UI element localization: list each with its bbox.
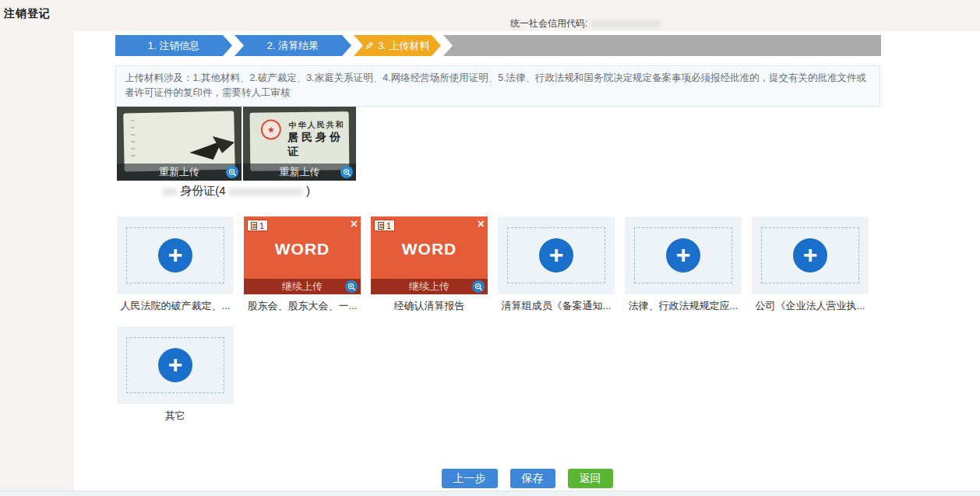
step-1-deregistration-info[interactable]: 1. 注销信息 (115, 35, 232, 56)
upload-dashed-area: + (126, 227, 224, 283)
pencil-icon: ✎ (365, 40, 374, 52)
deregistration-page: 注销登记 统一社会信用代码: 1. 注销信息 2. 清算结果 ✎ 3. 上传材料… (0, 0, 980, 496)
upload-dropzone[interactable]: + (752, 216, 869, 294)
zoom-in-icon[interactable] (472, 280, 485, 293)
idcard-caption: 身份证(4 ) (117, 184, 356, 199)
word-card-bottom-bar: 继续上传 (371, 279, 488, 294)
add-upload-icon[interactable]: + (793, 238, 827, 273)
uploaded-word-file[interactable]: 1 × WORD 继续上传 (244, 216, 361, 294)
close-icon[interactable]: × (478, 216, 485, 232)
upload-slot-label: 股东会、股东大会、一... (244, 299, 361, 313)
idcard-caption-prefix: 身份证(4 (180, 184, 225, 197)
idcard-caption-suffix: ) (306, 184, 310, 197)
upload-slot: + 清算组成员《备案通知... (498, 216, 615, 313)
bottom-strip (0, 491, 980, 496)
upload-slot: + 法律、行政法规规定应... (625, 216, 742, 313)
close-icon[interactable]: × (351, 216, 358, 232)
upload-dashed-area: + (126, 337, 224, 393)
reupload-front-button[interactable]: 重新上传 (159, 165, 199, 179)
idcard-back-overlay: 重新上传 (243, 164, 356, 181)
zoom-in-icon[interactable] (345, 280, 358, 293)
upload-dashed-area: + (507, 227, 605, 283)
add-upload-icon[interactable]: + (158, 348, 192, 382)
upload-dropzone[interactable]: + (498, 216, 615, 294)
reupload-back-button[interactable]: 重新上传 (280, 165, 320, 179)
step-2-label: 2. 清算结果 (267, 39, 319, 53)
continue-upload-button[interactable]: 继续上传 (282, 280, 323, 294)
upload-slot-label: 经确认清算报告 (371, 299, 488, 313)
notice-banner: 上传材料涉及：1.其他材料、2.破产裁定、3.家庭关系证明、4.网络经营场所使用… (115, 65, 880, 107)
idcard-front-photo (123, 111, 235, 172)
idcard-caption-redacted-name (163, 188, 177, 196)
idcard-front-overlay: 重新上传 (117, 164, 241, 181)
step-3-upload-materials[interactable]: ✎ 3. 上传材料 (354, 35, 441, 56)
step-bar: 1. 注销信息 2. 清算结果 ✎ 3. 上传材料 (115, 35, 881, 56)
upload-dashed-area: + (634, 227, 732, 283)
idcard-previews: 重新上传 ★ 中华人民共和国 居民身份证 重新上传 (117, 107, 356, 181)
word-filetype-label: WORD (371, 240, 488, 259)
save-button[interactable]: 保存 (510, 469, 555, 488)
idcard-caption-redacted-number (229, 188, 303, 196)
document-icon (378, 222, 384, 230)
main-panel: 1. 注销信息 2. 清算结果 ✎ 3. 上传材料 上传材料涉及：1.其他材料、… (74, 31, 980, 491)
step-2-liquidation-result[interactable]: 2. 清算结果 (234, 35, 351, 56)
idcard-title-text: 居民身份证 (287, 130, 349, 159)
credit-code-redacted-value (590, 20, 661, 28)
upload-slot-label: 其它 (117, 409, 234, 423)
upload-dashed-area: + (761, 227, 859, 283)
file-count-value: 1 (386, 221, 391, 230)
upload-grid: + 人民法院的破产裁定、... 1 × WORD 继续上传 股东会、股东大会、一… (117, 216, 884, 423)
credit-code-text: 统一社会信用代码: (510, 18, 587, 29)
uploaded-word-file[interactable]: 1 × WORD 继续上传 (371, 216, 488, 294)
idcard-front-image[interactable]: 重新上传 (117, 107, 241, 181)
continue-upload-button[interactable]: 继续上传 (409, 280, 449, 294)
add-upload-icon[interactable]: + (666, 238, 700, 273)
upload-dropzone[interactable]: + (625, 216, 742, 294)
notice-text: 上传材料涉及：1.其他材料、2.破产裁定、3.家庭关系证明、4.网络经营场所使用… (125, 72, 866, 98)
add-upload-icon[interactable]: + (158, 238, 192, 273)
upload-slot-label: 公司《企业法人营业执... (752, 299, 869, 313)
upload-slot: + 公司《企业法人营业执... (752, 216, 869, 313)
upload-slot: 1 × WORD 继续上传 经确认清算报告 (371, 216, 488, 313)
file-count-badge: 1 (374, 220, 395, 231)
word-filetype-label: WORD (244, 240, 361, 259)
step-3-label: 3. 上传材料 (378, 39, 429, 53)
previous-step-button[interactable]: 上一步 (442, 469, 498, 488)
national-emblem-icon: ★ (261, 119, 281, 139)
upload-slot: + 人民法院的破产裁定、... (117, 216, 234, 313)
idcard-front-text-marks (130, 120, 135, 160)
upload-slot-label: 人民法院的破产裁定、... (117, 299, 234, 313)
credit-code-label: 统一社会信用代码: (510, 17, 661, 30)
word-card-bottom-bar: 继续上传 (244, 279, 361, 294)
file-count-badge: 1 (247, 220, 268, 231)
upload-slot: 1 × WORD 继续上传 股东会、股东大会、一... (244, 216, 361, 313)
upload-slot-label: 清算组成员《备案通知... (498, 299, 615, 313)
zoom-in-icon[interactable] (340, 166, 353, 178)
idcard-back-photo: ★ 中华人民共和国 居民身份证 (250, 111, 350, 171)
upload-slot: + 其它 (117, 326, 234, 423)
upload-dropzone[interactable]: + (117, 216, 234, 294)
footer-actions: 上一步 保存 返回 (74, 469, 980, 488)
step-bar-remainder (443, 35, 881, 56)
zoom-in-icon[interactable] (226, 166, 238, 178)
upload-dropzone[interactable]: + (117, 326, 234, 404)
step-1-label: 1. 注销信息 (148, 39, 199, 53)
return-button[interactable]: 返回 (568, 469, 613, 488)
page-title: 注销登记 (4, 7, 51, 21)
document-icon (251, 222, 257, 230)
file-count-value: 1 (259, 221, 264, 230)
upload-slot-label: 法律、行政法规规定应... (625, 299, 742, 313)
idcard-back-image[interactable]: ★ 中华人民共和国 居民身份证 重新上传 (243, 107, 356, 181)
add-upload-icon[interactable]: + (539, 238, 573, 273)
